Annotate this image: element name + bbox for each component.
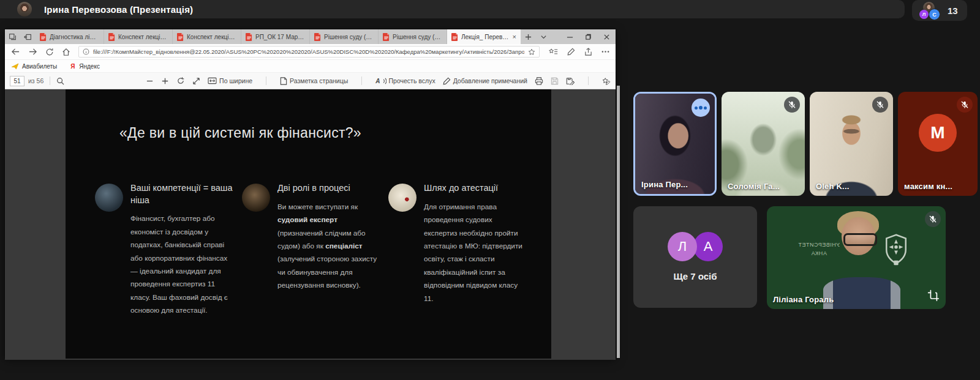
- presenter-bar: Ірина Перевозова (Презентація): [0, 0, 905, 18]
- annotate-label: Добавление примечаний: [453, 77, 527, 84]
- speaking-indicator-icon: [692, 99, 710, 117]
- set-tabs-aside-icon[interactable]: [20, 29, 36, 44]
- tab-title: Конспект лекцій.pdf: [187, 34, 236, 40]
- certificate-photo-icon: [388, 184, 417, 212]
- letter-avatar: Л: [668, 232, 697, 261]
- browser-tab-active[interactable]: Лекція_ Перевозо ×: [447, 29, 521, 44]
- search-icon[interactable]: [56, 77, 64, 85]
- tab-list-chevron-icon[interactable]: [536, 29, 551, 44]
- tile-maksym[interactable]: M максим кн...: [898, 92, 978, 196]
- pdf-toolbar: 51 из 56 По ширине Разметка страницы: [5, 73, 616, 89]
- refresh-button[interactable]: [45, 48, 54, 56]
- office-photo-icon: [95, 184, 123, 212]
- letter-avatar: M: [919, 114, 957, 152]
- rotate-icon[interactable]: [176, 76, 185, 85]
- page-layout-button[interactable]: Разметка страницы: [280, 77, 348, 85]
- navbar-actions: [549, 48, 609, 56]
- slide-column-attestation: Шлях до атестації Для отримання права пр…: [388, 182, 527, 305]
- divider: [266, 76, 266, 85]
- page-info-icon[interactable]: [83, 48, 89, 55]
- read-aloud-label: Прочесть вслух: [389, 77, 435, 84]
- mic-muted-icon: [872, 97, 888, 113]
- save-icon[interactable]: [551, 77, 559, 85]
- address-bar[interactable]: file:///F:/!КомпМайстер_відновлення@22.0…: [78, 46, 540, 58]
- slide-title: «Де ви в цій системі як фінансист?»: [119, 125, 361, 141]
- zoom-in-icon[interactable]: [161, 77, 169, 85]
- share-icon[interactable]: [584, 48, 592, 56]
- tile-more-people[interactable]: Л А Ще 7 осіб: [633, 206, 757, 308]
- university-emblem-icon: [883, 233, 909, 267]
- tile-liliana[interactable]: УНІВЕРСИТЕТ АНКА Ліліана Гораль: [767, 206, 946, 309]
- minimize-button[interactable]: [560, 29, 579, 44]
- tile-solomiia[interactable]: Соломія Га...: [722, 92, 805, 196]
- participant-name: Ліліана Гораль: [773, 295, 834, 304]
- crop-icon[interactable]: [927, 289, 940, 304]
- tab-title: РП_ОК 17 Маркетинг_: [255, 34, 305, 40]
- presenter-name: Ірина Перевозова (Презентація): [44, 4, 193, 15]
- restore-button[interactable]: [579, 29, 597, 44]
- annotate-button[interactable]: Добавление примечаний: [443, 77, 527, 85]
- bookmark-yandex[interactable]: Я Яндекс: [69, 63, 100, 70]
- participants-pill[interactable]: Л C 13: [912, 0, 967, 21]
- shared-browser-window: Діагностика лідер_яко Конспект лекцій.pd…: [5, 29, 616, 358]
- page-layout-label: Разметка страницы: [290, 77, 348, 84]
- shared-screen-edge: [617, 86, 620, 358]
- sound-waves-icon: [383, 78, 386, 84]
- fit-width-button[interactable]: По ширине: [208, 77, 252, 84]
- pdf-content-area[interactable]: «Де ви в цій системі як фінансист?» Ваші…: [5, 89, 616, 360]
- avatar: C: [929, 9, 940, 20]
- meeting-photo-icon: [242, 184, 270, 212]
- participant-name: Соломія Га...: [728, 182, 780, 191]
- column-body: Ви можете виступати як судовий експерт (…: [277, 201, 380, 292]
- close-tab-icon[interactable]: ×: [513, 33, 516, 40]
- browser-tab[interactable]: Конспект лекцій.pdf: [104, 29, 173, 44]
- bookmark-label: Яндекс: [79, 63, 100, 70]
- window-controls: [560, 29, 616, 44]
- tile-irina[interactable]: Ірина Пер...: [633, 92, 717, 196]
- more-people-label: Ще 7 осіб: [633, 271, 757, 281]
- annotate-pen-icon[interactable]: [567, 48, 575, 56]
- print-icon[interactable]: [535, 77, 543, 85]
- ink-notes-icon[interactable]: [602, 77, 611, 85]
- bookmark-star-icon[interactable]: [528, 48, 535, 56]
- forward-button[interactable]: [28, 48, 37, 56]
- pdf-file-icon: [246, 33, 252, 41]
- browser-tab[interactable]: Конспект лекцій.pdf: [173, 29, 241, 44]
- browser-tab[interactable]: Рішення суду (1).pdf: [379, 29, 447, 44]
- tab-title: Лекція_ Перевозо: [461, 34, 510, 40]
- tab-previews-icon[interactable]: [5, 29, 20, 44]
- bookmark-aviabilety[interactable]: Авиабилеты: [11, 63, 57, 70]
- tab-title: Рішення суду (1).pdf: [393, 34, 442, 40]
- new-tab-button[interactable]: [521, 29, 536, 44]
- close-window-button[interactable]: [597, 29, 616, 44]
- page-count-label: из 56: [28, 77, 43, 84]
- participant-name: максим кн...: [904, 182, 952, 191]
- page-number-input[interactable]: 51: [10, 76, 24, 86]
- browser-tab[interactable]: Рішення суду (1).pdf: [310, 29, 379, 44]
- back-button[interactable]: [11, 48, 20, 56]
- slide-column-competencies: Ваші компетенції = ваша ніша Фінансист, …: [95, 182, 233, 318]
- browser-tab-strip: Діагностика лідер_яко Конспект лекцій.pd…: [5, 29, 616, 44]
- favorites-bar-icon[interactable]: [549, 48, 558, 56]
- save-as-icon[interactable]: [566, 77, 575, 85]
- tab-title: Конспект лекцій.pdf: [118, 34, 168, 40]
- settings-more-icon[interactable]: [601, 50, 609, 53]
- column-heading: Ваші компетенції = ваша ніша: [130, 182, 233, 206]
- tab-title: Діагностика лідер_яко: [50, 34, 99, 40]
- zoom-out-icon[interactable]: [146, 77, 154, 85]
- home-button[interactable]: [62, 48, 70, 56]
- fit-page-icon[interactable]: [192, 77, 200, 85]
- read-aloud-button[interactable]: A Прочесть вслух: [375, 77, 435, 84]
- browser-tab[interactable]: РП_ОК 17 Маркетинг_: [241, 29, 310, 44]
- browser-tab[interactable]: Діагностика лідер_яко: [36, 29, 104, 44]
- pdf-file-icon: [451, 33, 458, 41]
- tile-oleh[interactable]: Oleh K...: [810, 92, 893, 196]
- column-heading: Шлях до атестації: [424, 182, 527, 195]
- mic-muted-icon: [957, 97, 973, 113]
- bookmark-label: Авиабилеты: [22, 63, 57, 70]
- participant-name: Oleh K...: [816, 182, 850, 191]
- pdf-file-icon: [177, 33, 184, 41]
- avatar: Л: [919, 10, 929, 19]
- pdf-file-icon: [314, 33, 321, 41]
- participant-portrait: [823, 277, 900, 309]
